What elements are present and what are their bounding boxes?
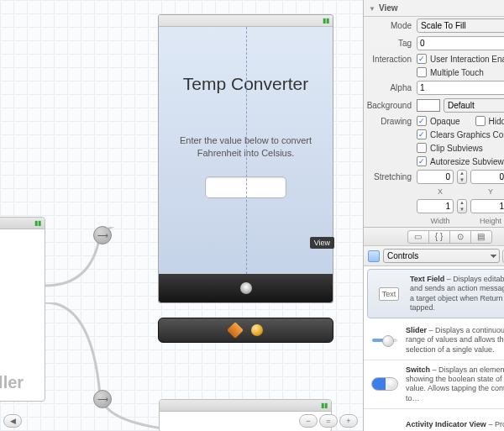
opaque-checkbox[interactable]: ✓ (417, 116, 427, 126)
root-view[interactable]: Temp Converter Enter the value below to … (159, 27, 333, 274)
object-library: ▭ { } ⊙ ▤ Controls ▦≡ Text Text Field – … (364, 227, 504, 431)
background-select[interactable]: Default (444, 98, 504, 113)
stretching-label: Stretching (364, 172, 417, 181)
library-item-text-field[interactable]: Text Text Field – Displays editable text… (367, 269, 504, 318)
mode-label: Mode (364, 21, 417, 30)
stretch-y-field[interactable] (470, 170, 504, 184)
battery-icon: ▮▮ (34, 219, 41, 227)
battery-icon: ▮▮ (323, 17, 329, 24)
view-controller-icon[interactable] (251, 324, 263, 336)
stretch-x-field[interactable] (417, 170, 454, 184)
vc-left-label: oller (0, 373, 45, 392)
inspector-panel: View Mode Scale To Fill Tag ▲▼ Interacti… (363, 0, 504, 431)
stretch-h-field[interactable] (470, 199, 504, 213)
multiple-touch-checkbox[interactable] (417, 67, 427, 77)
code-snippets-tab[interactable]: { } (428, 230, 450, 244)
first-responder-icon[interactable] (227, 322, 244, 339)
slider-icon (372, 339, 397, 342)
zoom-in-button[interactable]: + (339, 414, 358, 428)
view-controller-left[interactable]: ▮▮ oller (0, 217, 45, 402)
layout-guide-vertical (246, 27, 247, 274)
clip-subviews-checkbox[interactable] (417, 143, 427, 153)
category-select[interactable]: Controls (383, 249, 500, 263)
alpha-label: Alpha (364, 83, 417, 92)
activity-indicator-icon (370, 414, 399, 431)
background-swatch[interactable] (417, 99, 440, 112)
user-interaction-checkbox[interactable]: ✓ (417, 54, 427, 64)
segue-node[interactable]: ⟶ (93, 226, 112, 244)
selection-badge: View (310, 237, 334, 249)
hidden-checkbox[interactable] (475, 116, 486, 126)
tag-label: Tag (364, 39, 417, 48)
autoresize-checkbox[interactable]: ✓ (417, 156, 427, 166)
section-header[interactable]: View (364, 0, 504, 17)
text-field-icon: Text (379, 287, 400, 301)
interaction-label: Interaction (364, 55, 417, 64)
category-icon (368, 250, 380, 262)
view-controller-main[interactable]: ▮▮ Temp Converter Enter the value below … (158, 14, 333, 303)
objects-tab[interactable]: ⊙ (449, 230, 471, 244)
media-tab[interactable]: ▤ (470, 230, 492, 244)
zoom-fit-button[interactable]: = (319, 414, 338, 428)
back-button[interactable]: ◀ (3, 414, 22, 428)
battery-icon: ▮▮ (321, 402, 328, 409)
storyboard-canvas[interactable]: ▮▮ oller ⟶ ⟶ ▮▮ Temp Converter Enter the… (0, 0, 363, 431)
segue-node[interactable]: ⟶ (93, 390, 112, 408)
stretch-w-field[interactable] (417, 199, 454, 213)
tab-item-icon (240, 282, 252, 294)
zoom-out-button[interactable]: − (299, 414, 318, 428)
clears-graphics-checkbox[interactable]: ✓ (417, 129, 427, 139)
switch-icon (371, 377, 398, 391)
mode-select[interactable]: Scale To Fill (417, 18, 504, 33)
background-label: Background (364, 101, 417, 110)
library-item-activity[interactable]: Activity Indicator View – Provides (364, 409, 504, 431)
tab-bar[interactable] (159, 274, 333, 302)
scene-dock[interactable] (158, 318, 333, 343)
tag-field[interactable] (417, 36, 504, 50)
library-item-switch[interactable]: Switch – Displays an element showing the… (364, 360, 504, 409)
library-tab-bar[interactable]: ▭ { } ⊙ ▤ (364, 228, 504, 246)
library-item-slider[interactable]: Slider – Displays a continuous range of … (364, 321, 504, 360)
alpha-field[interactable] (417, 81, 504, 95)
file-templates-tab[interactable]: ▭ (407, 230, 429, 244)
drawing-label: Drawing (364, 117, 417, 126)
